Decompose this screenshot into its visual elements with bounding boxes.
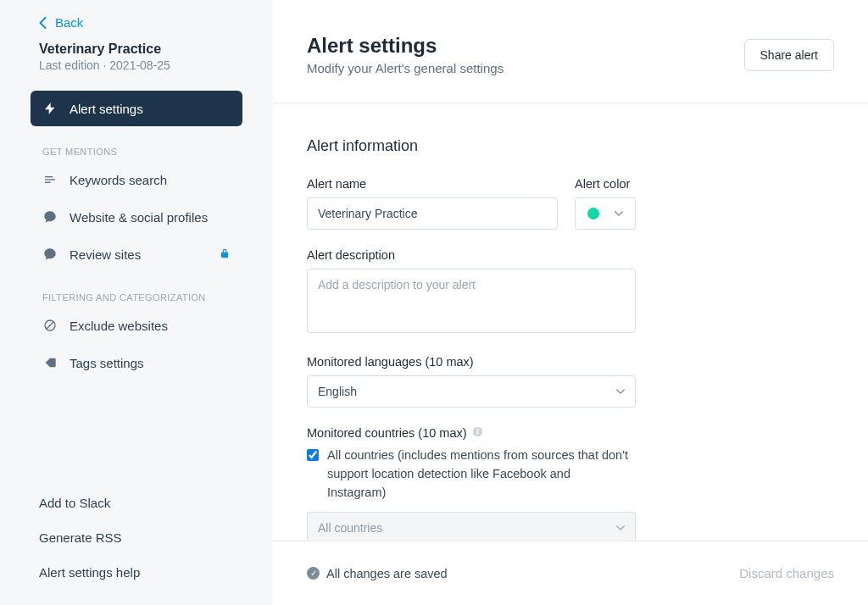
info-icon[interactable] [472,426,483,440]
section-get-mentions: GET MENTIONS [31,128,242,162]
alert-name-label: Alert name [307,177,558,191]
countries-value: All countries [318,521,382,535]
nav-keywords-search[interactable]: Keywords search [31,162,242,197]
countries-select: All countries [307,512,636,544]
nav-exclude-websites[interactable]: Exclude websites [31,308,242,343]
languages-value: English [318,385,357,398]
section-title: Alert information [307,137,834,155]
review-icon [42,247,58,262]
nav-alert-settings[interactable]: Alert settings [31,91,242,126]
back-button[interactable]: Back [0,0,273,36]
chat-icon [42,209,58,225]
alert-title: Veterinary Practice [39,42,253,57]
nav-tags-settings[interactable]: Tags settings [31,345,242,380]
chevron-left-icon [39,17,47,29]
main-header: Alert settings Modify your Alert's gener… [273,0,868,103]
save-status-label: All changes are saved [326,567,448,580]
check-icon: ✓ [307,567,320,580]
alert-help-link[interactable]: Alert settings help [39,555,253,590]
alert-meta: Veterinary Practice Last edition · 2021-… [0,36,273,75]
svg-rect-1 [45,179,55,180]
share-alert-button[interactable]: Share alert [744,39,834,71]
all-countries-checkbox[interactable] [307,449,319,461]
languages-label: Monitored languages (10 max) [307,355,636,369]
nav-review-sites[interactable]: Review sites [31,236,242,272]
color-swatch [587,208,599,219]
sidebar: Back Veterinary Practice Last edition · … [0,0,273,605]
nav-item-label: Exclude websites [70,319,168,333]
main: Alert settings Modify your Alert's gener… [273,0,868,605]
page-title: Alert settings [307,34,744,58]
generate-rss-link[interactable]: Generate RSS [39,520,253,555]
sidebar-bottom: Add to Slack Generate RSS Alert settings… [0,486,273,605]
alert-last-edition: Last edition · 2021-08-25 [39,58,253,72]
alert-name-input[interactable] [307,197,558,230]
bolt-icon [42,101,58,116]
discard-changes-button[interactable]: Discard changes [739,566,834,580]
lock-icon [219,247,231,262]
languages-select[interactable]: English [307,375,636,408]
save-status: ✓ All changes are saved [307,567,448,580]
main-body: Alert information Alert name Alert color… [273,103,868,605]
back-label: Back [55,15,83,30]
all-countries-label: All countries (includes mentions from so… [327,447,632,502]
description-label: Alert description [307,248,636,262]
footer: ✓ All changes are saved Discard changes [273,541,868,605]
chevron-down-icon [616,525,625,531]
nav-item-label: Alert settings [70,102,143,116]
svg-rect-0 [45,176,53,177]
add-to-slack-link[interactable]: Add to Slack [39,486,253,520]
block-icon [42,318,58,333]
nav-item-label: Tags settings [70,356,144,370]
nav-item-label: Website & social profiles [70,210,208,225]
side-nav: Alert settings GET MENTIONS Keywords sea… [0,75,273,382]
keywords-icon [42,172,58,187]
tag-icon [42,355,58,370]
chevron-down-icon [616,389,625,395]
nav-item-label: Review sites [70,247,141,262]
svg-rect-2 [45,182,51,183]
svg-line-4 [47,322,53,329]
description-input[interactable] [307,269,636,333]
chevron-down-icon [615,211,623,217]
svg-rect-7 [476,429,478,430]
nav-item-label: Keywords search [70,173,167,187]
countries-label: Monitored countries (10 max) [307,426,636,440]
svg-rect-6 [476,431,478,435]
alert-color-label: Alert color [575,177,636,191]
section-filtering: FILTERING AND CATEGORIZATION [31,274,242,308]
page-subtitle: Modify your Alert's general settings [307,61,744,75]
nav-website-social[interactable]: Website & social profiles [31,199,242,235]
alert-color-select[interactable] [575,197,636,230]
